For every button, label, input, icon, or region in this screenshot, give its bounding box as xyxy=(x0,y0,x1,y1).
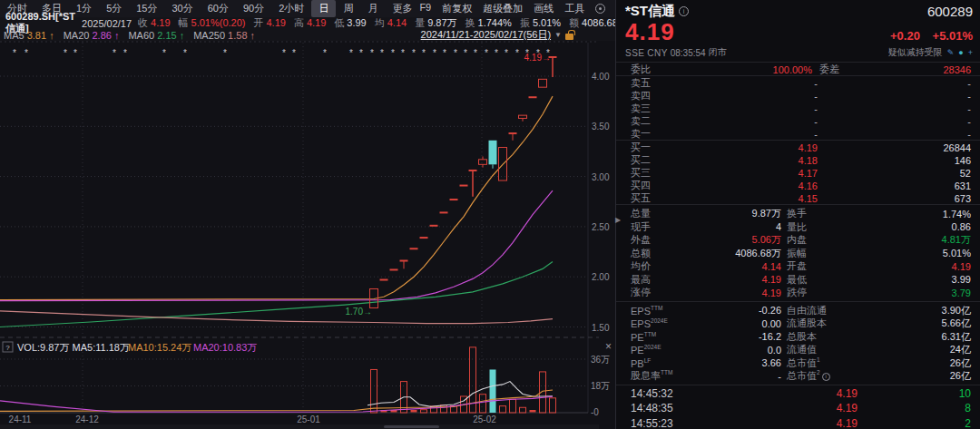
stat-value-量比: 0.86 xyxy=(852,221,971,232)
level-label: 买二 xyxy=(631,153,694,167)
date-range-selector[interactable]: 2024/11/21-2025/02/17(56日) ▼ xyxy=(421,28,573,42)
event-star-icon[interactable]: * xyxy=(123,48,127,58)
field-label: 幅 xyxy=(179,17,189,28)
field-开: 开4.19 xyxy=(253,16,285,30)
tool-前复权[interactable]: 前复权 xyxy=(442,2,472,15)
event-star-icon[interactable]: * xyxy=(412,48,416,58)
stat-label-跌停: 跌停 xyxy=(781,286,852,299)
weicha-value: 28346 xyxy=(859,64,971,75)
stat-value-外盘: 5.06万 xyxy=(687,233,781,247)
event-star-icon[interactable]: * xyxy=(454,48,457,58)
level-volume: 26844 xyxy=(818,142,971,153)
event-star-icon[interactable]: * xyxy=(359,48,363,58)
fin-row: EPS2024E0.00流通股本5.66亿 xyxy=(616,317,980,330)
tab-30分[interactable]: 30分 xyxy=(165,0,201,17)
stat-value-内盘: 4.81万 xyxy=(852,233,971,247)
tool-画线[interactable]: 画线 xyxy=(534,2,554,15)
toolbar-tools: F9前复权超级叠加画线工具 ? » xyxy=(419,2,648,15)
field-value: 9.87万 xyxy=(427,17,456,28)
event-star-icon[interactable]: * xyxy=(13,48,16,58)
x-axis-label: 25-01 xyxy=(297,414,320,424)
event-star-icon[interactable]: * xyxy=(380,48,384,58)
event-star-icon[interactable]: * xyxy=(24,48,28,58)
volume-legend-vol: VOL:9.87万 MA5:11.18万 xyxy=(17,342,130,353)
event-star-icon[interactable]: * xyxy=(74,48,77,58)
fin-value-总市值: 26亿 xyxy=(852,356,971,370)
event-star-icon[interactable]: * xyxy=(495,48,498,58)
stat-row: 总额4086.68万振幅5.01% xyxy=(616,247,980,260)
volume-axis-label: 18万 xyxy=(591,381,610,391)
market-status: 闭市 xyxy=(708,46,726,59)
event-star-icon[interactable]: * xyxy=(422,48,426,58)
level-price: 4.16 xyxy=(694,180,818,191)
event-star-icon[interactable]: * xyxy=(474,48,477,58)
event-star-icon[interactable]: * xyxy=(370,48,374,58)
plus-icon[interactable]: + xyxy=(968,48,973,57)
field-收: 收4.19 xyxy=(138,16,170,30)
tab-2小时[interactable]: 2小时 xyxy=(271,0,311,17)
dot-icon[interactable]: ● xyxy=(958,48,963,57)
kline-chart[interactable]: 4.003.503.002.502.001.50****************… xyxy=(0,41,615,429)
tab-5分[interactable]: 5分 xyxy=(99,0,129,17)
tool-工具[interactable]: 工具 xyxy=(564,2,584,15)
tool-超级叠加[interactable]: 超级叠加 xyxy=(483,2,523,15)
tab-周[interactable]: 周 xyxy=(336,0,360,17)
stat-value-均价: 4.14 xyxy=(687,261,781,272)
field-value: 4.19 xyxy=(307,17,326,28)
event-star-icon[interactable]: * xyxy=(113,48,116,58)
stats-grid: 总量9.87万换手1.74%现手4量比0.86外盘5.06万内盘4.81万总额4… xyxy=(616,205,980,301)
holding-restriction-tag[interactable]: 疑似减持受限 xyxy=(888,46,943,59)
tab-60分[interactable]: 60分 xyxy=(201,0,236,17)
fin-value-EPS: 0.00 xyxy=(687,318,781,329)
event-star-icon[interactable]: * xyxy=(162,48,166,58)
chart-scrollbar[interactable] xyxy=(0,424,599,429)
event-star-icon[interactable]: * xyxy=(282,48,286,58)
event-star-icon[interactable]: * xyxy=(515,48,519,58)
tab-90分[interactable]: 90分 xyxy=(236,0,271,17)
chevron-down-icon[interactable]: ▼ xyxy=(554,31,562,39)
tab-日[interactable]: 日 xyxy=(311,0,336,17)
fin-label-PE: PETTM xyxy=(631,331,687,343)
splitter-collapse-icon[interactable]: ▶ xyxy=(615,216,621,224)
event-star-icon[interactable]: * xyxy=(223,48,227,58)
field-label: 开 xyxy=(253,17,263,28)
event-star-icon[interactable]: * xyxy=(443,48,446,58)
info-circle-icon[interactable]: i xyxy=(822,373,830,381)
quote-header: *ST信通 i 600289 4.19 +0.20 +5.01% SSE CNY… xyxy=(616,0,980,62)
tab-月[interactable]: 月 xyxy=(360,0,385,17)
event-star-icon[interactable]: * xyxy=(464,48,467,58)
event-star-icon[interactable]: * xyxy=(485,48,488,58)
event-star-icon[interactable]: * xyxy=(505,48,508,58)
event-star-icon[interactable]: * xyxy=(183,48,187,58)
tick-volume: 10 xyxy=(858,387,971,400)
fin-value-流通股本: 5.66亿 xyxy=(852,317,971,330)
event-star-icon[interactable]: * xyxy=(401,48,405,58)
tab-更多[interactable]: 更多 xyxy=(385,0,419,17)
close-icon[interactable]: × xyxy=(605,340,612,353)
pencil-icon[interactable]: ✎ xyxy=(947,48,955,57)
tab-15分[interactable]: 15分 xyxy=(129,0,164,17)
event-star-icon[interactable]: * xyxy=(433,48,436,58)
field-label: 均 xyxy=(375,17,385,28)
gear-icon[interactable] xyxy=(595,4,605,14)
level-label: 买三 xyxy=(631,166,694,180)
event-star-icon[interactable]: * xyxy=(64,48,67,58)
trade-tick-row: 14:45:324.1910 xyxy=(616,386,980,402)
level-price: - xyxy=(694,78,818,89)
stat-value-涨停: 4.19 xyxy=(687,288,781,298)
info-circle-icon[interactable]: i xyxy=(679,6,689,16)
level-label: 买四 xyxy=(631,179,694,192)
stat-row: 涨停4.19跌停3.79 xyxy=(616,286,980,299)
field-低: 低3.99 xyxy=(334,16,366,30)
event-star-icon[interactable]: * xyxy=(391,48,395,58)
event-star-icon[interactable]: * xyxy=(323,48,327,58)
chart-scrollbar-thumb[interactable] xyxy=(384,425,439,428)
tool-F9[interactable]: F9 xyxy=(419,2,431,15)
event-star-icon[interactable]: * xyxy=(292,48,296,58)
unlock-icon[interactable] xyxy=(565,34,573,40)
help-icon[interactable]: ? xyxy=(5,344,10,352)
event-star-icon[interactable]: * xyxy=(349,48,353,58)
fin-label-流通股本: 流通股本 xyxy=(781,317,852,330)
fin-label-总股本: 总股本 xyxy=(781,330,852,344)
date-range-text[interactable]: 2024/11/21-2025/02/17(56日) xyxy=(421,28,552,42)
